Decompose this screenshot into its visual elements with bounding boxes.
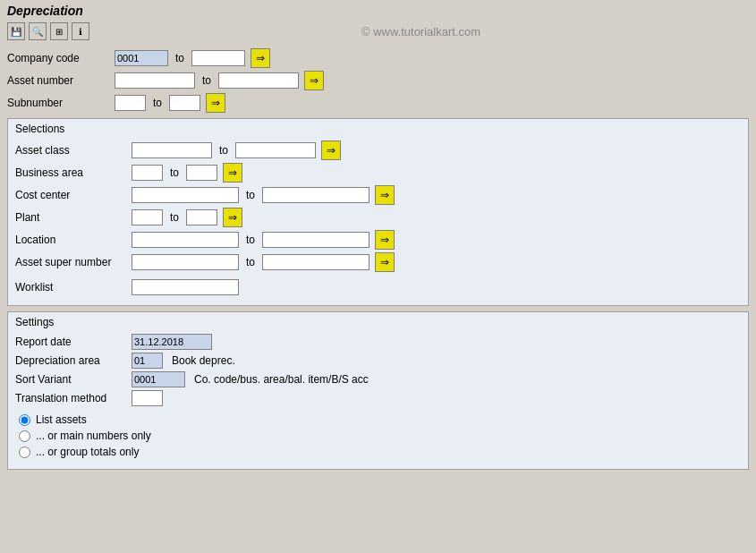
subnumber-input[interactable] <box>115 95 146 111</box>
location-arrow[interactable]: ⇒ <box>375 230 395 250</box>
company-code-input[interactable] <box>115 50 168 66</box>
cost-center-to[interactable] <box>262 187 370 203</box>
watermark-text: © www.tutorialkart.com <box>93 25 749 38</box>
sort-variant-label: Sort Variant <box>15 373 132 386</box>
report-date-label: Report date <box>15 336 132 348</box>
asset-number-to: to <box>202 74 211 87</box>
list-assets-label: List assets <box>36 413 87 426</box>
business-area-from[interactable] <box>132 165 163 181</box>
main-numbers-radio[interactable] <box>19 430 30 442</box>
asset-class-arrow[interactable]: ⇒ <box>321 140 341 160</box>
business-area-to[interactable] <box>186 165 217 181</box>
sort-variant-row: Sort Variant Co. code/bus. area/bal. ite… <box>15 371 741 387</box>
subnumber-arrow[interactable]: ⇒ <box>206 93 225 113</box>
title-bar: Depreciation <box>0 0 756 20</box>
asset-class-label: Asset class <box>15 144 132 157</box>
info-icon[interactable]: ℹ <box>72 22 89 40</box>
main-numbers-row: ... or main numbers only <box>19 430 741 442</box>
report-date-row: Report date <box>15 334 741 350</box>
translation-method-row: Translation method <box>15 390 741 406</box>
settings-title: Settings <box>15 316 741 328</box>
depreciation-area-row: Depreciation area Book deprec. <box>15 353 741 369</box>
plant-to[interactable] <box>186 209 217 225</box>
depreciation-area-label: Depreciation area <box>15 354 132 367</box>
worklist-row: Worklist <box>15 279 741 295</box>
asset-super-number-arrow[interactable]: ⇒ <box>375 252 395 272</box>
subnumber-row: Subnumber to ⇒ <box>7 93 749 113</box>
business-area-arrow[interactable]: ⇒ <box>223 163 242 183</box>
asset-super-number-label: Asset super number <box>15 256 132 268</box>
depreciation-area-desc: Book deprec. <box>172 354 235 367</box>
cost-center-from[interactable] <box>132 187 239 203</box>
save-icon[interactable]: 💾 <box>7 22 25 40</box>
selections-section: Selections Asset class to ⇒ Business are… <box>7 118 749 306</box>
depreciation-area-input[interactable] <box>132 353 163 369</box>
selections-title: Selections <box>15 123 741 135</box>
radio-group: List assets ... or main numbers only ...… <box>15 413 741 458</box>
toolbar: 💾 🔍 ⊞ ℹ © www.tutorialkart.com <box>0 20 756 43</box>
sort-variant-desc: Co. code/bus. area/bal. item/B/S acc <box>194 373 369 386</box>
asset-number-to-input[interactable] <box>218 72 299 89</box>
company-code-row: Company code to ⇒ <box>7 48 749 68</box>
asset-number-input[interactable] <box>115 72 195 89</box>
main-numbers-label: ... or main numbers only <box>36 430 151 442</box>
location-label: Location <box>15 234 132 246</box>
asset-number-label: Asset number <box>7 74 115 87</box>
list-assets-radio[interactable] <box>19 414 30 426</box>
company-code-label: Company code <box>7 52 115 64</box>
asset-number-arrow[interactable]: ⇒ <box>304 71 324 90</box>
settings-section: Settings Report date Depreciation area B… <box>7 311 749 470</box>
plant-row: Plant to ⇒ <box>15 208 741 227</box>
group-totals-radio[interactable] <box>19 447 30 458</box>
sort-variant-input[interactable] <box>132 371 185 387</box>
worklist-input[interactable] <box>132 279 239 295</box>
plant-label: Plant <box>15 211 132 224</box>
worklist-label: Worklist <box>15 281 132 294</box>
asset-super-number-from[interactable] <box>132 254 239 270</box>
cost-center-arrow[interactable]: ⇒ <box>375 185 395 205</box>
subnumber-label: Subnumber <box>7 97 115 109</box>
asset-super-number-row: Asset super number to ⇒ <box>15 252 741 272</box>
company-code-to-input[interactable] <box>191 50 245 66</box>
plant-arrow[interactable]: ⇒ <box>223 208 242 227</box>
translation-method-input[interactable] <box>132 390 163 406</box>
asset-class-to[interactable] <box>235 142 316 158</box>
translation-method-label: Translation method <box>15 392 132 404</box>
asset-number-row: Asset number to ⇒ <box>7 71 749 90</box>
subnumber-to-input[interactable] <box>169 95 200 111</box>
group-totals-row: ... or group totals only <box>19 446 741 458</box>
asset-class-row: Asset class to ⇒ <box>15 140 741 160</box>
location-row: Location to ⇒ <box>15 230 741 250</box>
location-to[interactable] <box>262 232 370 248</box>
page-title: Depreciation <box>7 4 83 18</box>
asset-super-number-to[interactable] <box>262 254 370 270</box>
company-code-arrow[interactable]: ⇒ <box>251 48 270 68</box>
grid-icon[interactable]: ⊞ <box>50 22 68 40</box>
cost-center-row: Cost center to ⇒ <box>15 185 741 205</box>
cost-center-label: Cost center <box>15 189 132 201</box>
main-content: Company code to ⇒ Asset number to ⇒ Subn… <box>0 43 756 481</box>
list-assets-row: List assets <box>19 413 741 426</box>
report-date-input[interactable] <box>132 334 212 350</box>
business-area-label: Business area <box>15 166 132 179</box>
plant-from[interactable] <box>132 209 163 225</box>
find-icon[interactable]: 🔍 <box>29 22 47 40</box>
subnumber-to: to <box>153 97 162 109</box>
asset-class-from[interactable] <box>132 142 212 158</box>
company-code-to: to <box>175 52 184 64</box>
group-totals-label: ... or group totals only <box>36 446 139 458</box>
business-area-row: Business area to ⇒ <box>15 163 741 183</box>
location-from[interactable] <box>132 232 239 248</box>
